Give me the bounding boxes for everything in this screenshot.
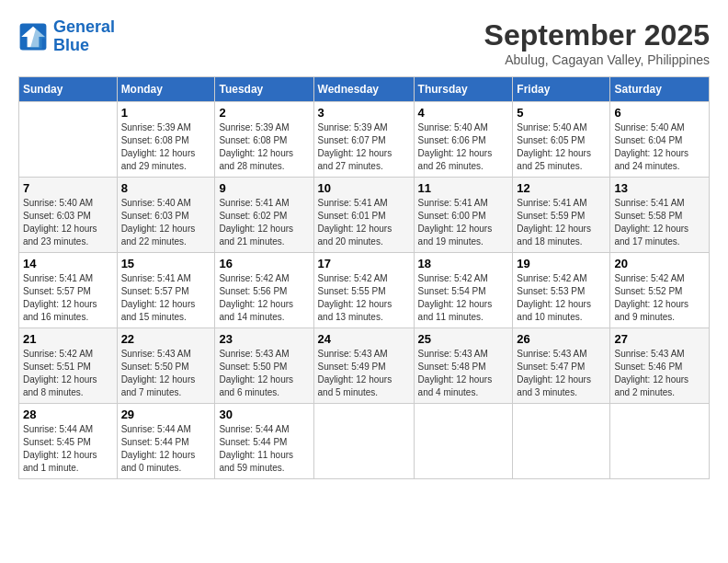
week-row-3: 14Sunrise: 5:41 AM Sunset: 5:57 PM Dayli… [19,253,710,328]
day-number: 12 [517,181,606,195]
calendar-cell: 2Sunrise: 5:39 AM Sunset: 6:08 PM Daylig… [215,102,313,178]
day-info: Sunrise: 5:41 AM Sunset: 5:57 PM Dayligh… [121,272,211,324]
calendar-cell: 19Sunrise: 5:42 AM Sunset: 5:53 PM Dayli… [513,253,610,328]
day-number: 13 [614,181,705,195]
logo: General Blue [18,18,115,55]
day-info: Sunrise: 5:43 AM Sunset: 5:48 PM Dayligh… [418,348,509,399]
calendar-cell [610,404,710,479]
header-thursday: Thursday [414,77,513,102]
calendar-cell: 3Sunrise: 5:39 AM Sunset: 6:07 PM Daylig… [313,102,414,178]
week-row-4: 21Sunrise: 5:42 AM Sunset: 5:51 PM Dayli… [19,328,710,404]
day-number: 5 [517,106,606,120]
day-number: 11 [418,181,509,195]
week-row-1: 1Sunrise: 5:39 AM Sunset: 6:08 PM Daylig… [19,102,710,178]
header-friday: Friday [513,77,610,102]
day-number: 25 [418,332,509,346]
day-info: Sunrise: 5:43 AM Sunset: 5:50 PM Dayligh… [219,348,309,399]
day-number: 22 [121,332,211,346]
day-info: Sunrise: 5:44 AM Sunset: 5:45 PM Dayligh… [23,423,113,475]
calendar-cell: 23Sunrise: 5:43 AM Sunset: 5:50 PM Dayli… [215,328,313,404]
calendar-cell: 18Sunrise: 5:42 AM Sunset: 5:54 PM Dayli… [414,253,513,328]
day-info: Sunrise: 5:41 AM Sunset: 6:01 PM Dayligh… [318,197,410,248]
header-row: Sunday Monday Tuesday Wednesday Thursday… [19,77,710,102]
calendar-body: 1Sunrise: 5:39 AM Sunset: 6:08 PM Daylig… [19,102,710,479]
day-number: 3 [318,106,410,120]
calendar-cell: 8Sunrise: 5:40 AM Sunset: 6:03 PM Daylig… [117,178,215,253]
calendar-cell: 14Sunrise: 5:41 AM Sunset: 5:57 PM Dayli… [19,253,118,328]
day-info: Sunrise: 5:41 AM Sunset: 6:02 PM Dayligh… [219,197,309,248]
calendar-cell: 27Sunrise: 5:43 AM Sunset: 5:46 PM Dayli… [610,328,710,404]
day-number: 14 [23,257,113,270]
calendar-cell: 26Sunrise: 5:43 AM Sunset: 5:47 PM Dayli… [513,328,610,404]
day-info: Sunrise: 5:41 AM Sunset: 5:57 PM Dayligh… [23,272,113,324]
day-info: Sunrise: 5:42 AM Sunset: 5:55 PM Dayligh… [318,272,410,324]
calendar-cell: 10Sunrise: 5:41 AM Sunset: 6:01 PM Dayli… [313,178,414,253]
day-number: 17 [318,257,410,270]
day-number: 16 [219,257,309,270]
day-number: 30 [219,408,309,421]
calendar-cell: 13Sunrise: 5:41 AM Sunset: 5:58 PM Dayli… [610,178,710,253]
calendar-cell: 21Sunrise: 5:42 AM Sunset: 5:51 PM Dayli… [19,328,118,404]
calendar-cell: 30Sunrise: 5:44 AM Sunset: 5:44 PM Dayli… [215,404,313,479]
day-info: Sunrise: 5:43 AM Sunset: 5:49 PM Dayligh… [318,348,410,399]
logo-icon [18,22,48,52]
header-saturday: Saturday [610,77,710,102]
day-number: 10 [318,181,410,195]
calendar-cell: 4Sunrise: 5:40 AM Sunset: 6:06 PM Daylig… [414,102,513,178]
week-row-5: 28Sunrise: 5:44 AM Sunset: 5:45 PM Dayli… [19,404,710,479]
day-info: Sunrise: 5:43 AM Sunset: 5:47 PM Dayligh… [517,348,606,399]
day-info: Sunrise: 5:40 AM Sunset: 6:04 PM Dayligh… [614,121,705,173]
day-info: Sunrise: 5:40 AM Sunset: 6:06 PM Dayligh… [418,121,509,173]
day-info: Sunrise: 5:42 AM Sunset: 5:56 PM Dayligh… [219,272,309,324]
day-number: 24 [318,332,410,346]
day-number: 4 [418,106,509,120]
calendar-cell [19,102,118,178]
header-wednesday: Wednesday [313,77,414,102]
calendar-cell [414,404,513,479]
day-number: 1 [121,106,211,120]
calendar-cell: 1Sunrise: 5:39 AM Sunset: 6:08 PM Daylig… [117,102,215,178]
day-number: 21 [23,332,113,346]
calendar-cell: 15Sunrise: 5:41 AM Sunset: 5:57 PM Dayli… [117,253,215,328]
day-number: 7 [23,181,113,195]
calendar-cell: 6Sunrise: 5:40 AM Sunset: 6:04 PM Daylig… [610,102,710,178]
calendar-cell: 22Sunrise: 5:43 AM Sunset: 5:50 PM Dayli… [117,328,215,404]
calendar-cell: 28Sunrise: 5:44 AM Sunset: 5:45 PM Dayli… [19,404,118,479]
calendar-cell: 17Sunrise: 5:42 AM Sunset: 5:55 PM Dayli… [313,253,414,328]
month-title: September 2025 [484,18,710,52]
day-number: 8 [121,181,211,195]
day-number: 19 [517,257,606,270]
day-number: 15 [121,257,211,270]
calendar-table: Sunday Monday Tuesday Wednesday Thursday… [18,76,710,479]
title-section: September 2025 Abulug, Cagayan Valley, P… [484,18,710,67]
calendar-cell: 16Sunrise: 5:42 AM Sunset: 5:56 PM Dayli… [215,253,313,328]
logo-text: General Blue [53,18,115,55]
day-number: 6 [614,106,705,120]
day-info: Sunrise: 5:42 AM Sunset: 5:53 PM Dayligh… [517,272,606,324]
calendar-cell: 5Sunrise: 5:40 AM Sunset: 6:05 PM Daylig… [513,102,610,178]
day-number: 26 [517,332,606,346]
header-tuesday: Tuesday [215,77,313,102]
calendar-cell: 12Sunrise: 5:41 AM Sunset: 5:59 PM Dayli… [513,178,610,253]
calendar-cell: 25Sunrise: 5:43 AM Sunset: 5:48 PM Dayli… [414,328,513,404]
day-info: Sunrise: 5:39 AM Sunset: 6:08 PM Dayligh… [121,121,211,173]
calendar-cell: 24Sunrise: 5:43 AM Sunset: 5:49 PM Dayli… [313,328,414,404]
header-monday: Monday [117,77,215,102]
day-info: Sunrise: 5:44 AM Sunset: 5:44 PM Dayligh… [121,423,211,475]
day-info: Sunrise: 5:43 AM Sunset: 5:46 PM Dayligh… [614,348,705,399]
day-number: 23 [219,332,309,346]
day-info: Sunrise: 5:42 AM Sunset: 5:52 PM Dayligh… [614,272,705,324]
calendar-cell: 11Sunrise: 5:41 AM Sunset: 6:00 PM Dayli… [414,178,513,253]
day-number: 28 [23,408,113,421]
day-number: 18 [418,257,509,270]
calendar-cell [513,404,610,479]
day-info: Sunrise: 5:39 AM Sunset: 6:07 PM Dayligh… [318,121,410,173]
calendar-cell: 7Sunrise: 5:40 AM Sunset: 6:03 PM Daylig… [19,178,118,253]
day-info: Sunrise: 5:39 AM Sunset: 6:08 PM Dayligh… [219,121,309,173]
day-info: Sunrise: 5:42 AM Sunset: 5:54 PM Dayligh… [418,272,509,324]
day-info: Sunrise: 5:41 AM Sunset: 5:59 PM Dayligh… [517,197,606,248]
day-info: Sunrise: 5:41 AM Sunset: 6:00 PM Dayligh… [418,197,509,248]
day-info: Sunrise: 5:40 AM Sunset: 6:05 PM Dayligh… [517,121,606,173]
day-number: 2 [219,106,309,120]
page-header: General Blue September 2025 Abulug, Caga… [18,18,710,67]
